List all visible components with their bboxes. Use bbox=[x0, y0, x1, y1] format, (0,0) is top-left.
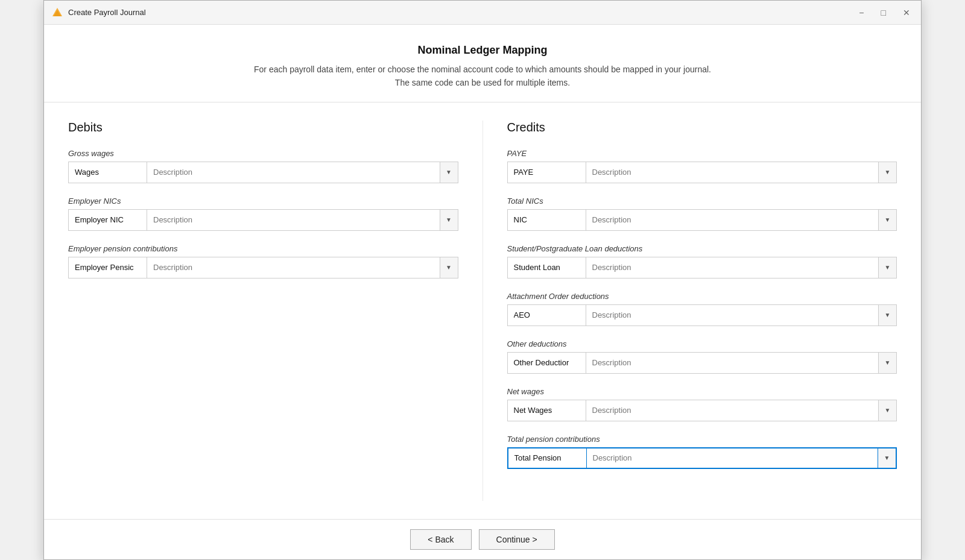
aeo-group: Attachment Order deductions ▼ bbox=[507, 292, 897, 326]
aeo-dropdown-button[interactable]: ▼ bbox=[878, 305, 896, 326]
window-controls: − □ ✕ bbox=[855, 7, 914, 18]
maximize-button[interactable]: □ bbox=[878, 7, 890, 18]
total-pension-label: Total pension contributions bbox=[507, 435, 897, 444]
employer-nics-dropdown-button[interactable]: ▼ bbox=[440, 210, 458, 230]
dropdown-arrow-icon: ▼ bbox=[446, 169, 452, 175]
debits-title: Debits bbox=[68, 121, 458, 134]
subtitle-line1: For each payroll data item, enter or cho… bbox=[254, 64, 711, 74]
titlebar: Create Payroll Journal − □ ✕ bbox=[44, 1, 921, 25]
employer-pension-description-input[interactable] bbox=[147, 257, 440, 278]
gross-wages-description-input[interactable] bbox=[147, 162, 440, 183]
student-loan-description-input[interactable] bbox=[586, 257, 879, 278]
dropdown-arrow-icon: ▼ bbox=[885, 264, 891, 271]
employer-pension-field-row: ▼ bbox=[68, 257, 458, 278]
close-button[interactable]: ✕ bbox=[899, 7, 914, 18]
net-wages-code-input[interactable] bbox=[508, 400, 586, 421]
subtitle-line2: The same code can be used for multiple i… bbox=[395, 78, 570, 87]
employer-pension-label: Employer pension contributions bbox=[68, 244, 458, 253]
employer-nics-code-input[interactable] bbox=[69, 210, 147, 230]
total-pension-code-input[interactable] bbox=[508, 448, 587, 468]
dropdown-arrow-icon: ▼ bbox=[885, 216, 891, 223]
employer-pension-code-input[interactable] bbox=[69, 257, 147, 278]
student-loan-field-row: ▼ bbox=[507, 257, 897, 278]
dropdown-arrow-icon: ▼ bbox=[885, 312, 891, 318]
window-title: Create Payroll Journal bbox=[68, 8, 855, 17]
gross-wages-field-row: ▼ bbox=[68, 162, 458, 183]
page-title: Nominal Ledger Mapping bbox=[68, 44, 897, 57]
other-deductions-code-input[interactable] bbox=[508, 353, 586, 373]
credits-column: Credits PAYE ▼ Total NICs bbox=[482, 121, 897, 501]
total-nics-description-input[interactable] bbox=[586, 210, 879, 230]
paye-group: PAYE ▼ bbox=[507, 149, 897, 183]
other-deductions-description-input[interactable] bbox=[586, 353, 879, 373]
minimize-button[interactable]: − bbox=[855, 7, 867, 18]
dropdown-arrow-icon: ▼ bbox=[884, 455, 890, 461]
total-nics-group: Total NICs ▼ bbox=[507, 197, 897, 231]
gross-wages-group: Gross wages ▼ bbox=[68, 149, 458, 183]
aeo-label: Attachment Order deductions bbox=[507, 292, 897, 301]
main-area: Debits Gross wages ▼ Employer NICs bbox=[44, 102, 921, 519]
paye-dropdown-button[interactable]: ▼ bbox=[878, 162, 896, 183]
employer-pension-dropdown-button[interactable]: ▼ bbox=[440, 257, 458, 278]
total-nics-dropdown-button[interactable]: ▼ bbox=[878, 210, 896, 230]
total-nics-code-input[interactable] bbox=[508, 210, 586, 230]
employer-nics-field-row: ▼ bbox=[68, 209, 458, 231]
page-subtitle: For each payroll data item, enter or cho… bbox=[68, 63, 897, 90]
student-loan-dropdown-button[interactable]: ▼ bbox=[878, 257, 896, 278]
dropdown-arrow-icon: ▼ bbox=[885, 359, 891, 366]
net-wages-dropdown-button[interactable]: ▼ bbox=[878, 400, 896, 421]
total-pension-description-input[interactable] bbox=[587, 448, 878, 468]
other-deductions-dropdown-button[interactable]: ▼ bbox=[878, 353, 896, 373]
paye-code-input[interactable] bbox=[508, 162, 586, 183]
window: Create Payroll Journal − □ ✕ Nominal Led… bbox=[43, 0, 922, 560]
total-pension-group: Total pension contributions ▼ bbox=[507, 435, 897, 469]
footer: < Back Continue > bbox=[44, 519, 921, 559]
student-loan-group: Student/Postgraduate Loan deductions ▼ bbox=[507, 244, 897, 278]
dropdown-arrow-icon: ▼ bbox=[885, 169, 891, 175]
app-logo bbox=[51, 7, 63, 19]
other-deductions-group: Other deductions ▼ bbox=[507, 339, 897, 374]
total-nics-label: Total NICs bbox=[507, 197, 897, 206]
net-wages-group: Net wages ▼ bbox=[507, 387, 897, 421]
employer-nics-description-input[interactable] bbox=[147, 210, 440, 230]
dropdown-arrow-icon: ▼ bbox=[446, 264, 452, 271]
content-area: Nominal Ledger Mapping For each payroll … bbox=[44, 25, 921, 559]
other-deductions-field-row: ▼ bbox=[507, 352, 897, 374]
net-wages-field-row: ▼ bbox=[507, 400, 897, 421]
total-nics-field-row: ▼ bbox=[507, 209, 897, 231]
employer-pension-group: Employer pension contributions ▼ bbox=[68, 244, 458, 278]
paye-description-input[interactable] bbox=[586, 162, 879, 183]
aeo-code-input[interactable] bbox=[508, 305, 586, 326]
paye-field-row: ▼ bbox=[507, 162, 897, 183]
gross-wages-code-input[interactable] bbox=[69, 162, 147, 183]
employer-nics-group: Employer NICs ▼ bbox=[68, 197, 458, 231]
aeo-field-row: ▼ bbox=[507, 304, 897, 326]
net-wages-label: Net wages bbox=[507, 387, 897, 396]
back-button[interactable]: < Back bbox=[410, 529, 471, 550]
debits-column: Debits Gross wages ▼ Employer NICs bbox=[68, 121, 482, 501]
student-loan-label: Student/Postgraduate Loan deductions bbox=[507, 244, 897, 253]
total-pension-dropdown-button[interactable]: ▼ bbox=[878, 448, 896, 468]
continue-button[interactable]: Continue > bbox=[479, 529, 555, 550]
credits-title: Credits bbox=[507, 121, 897, 134]
other-deductions-label: Other deductions bbox=[507, 339, 897, 348]
header-section: Nominal Ledger Mapping For each payroll … bbox=[44, 25, 921, 102]
paye-label: PAYE bbox=[507, 149, 897, 158]
aeo-description-input[interactable] bbox=[586, 305, 879, 326]
gross-wages-label: Gross wages bbox=[68, 149, 458, 158]
student-loan-code-input[interactable] bbox=[508, 257, 586, 278]
net-wages-description-input[interactable] bbox=[586, 400, 879, 421]
dropdown-arrow-icon: ▼ bbox=[885, 407, 891, 414]
total-pension-field-row: ▼ bbox=[507, 447, 897, 469]
dropdown-arrow-icon: ▼ bbox=[446, 216, 452, 223]
employer-nics-label: Employer NICs bbox=[68, 197, 458, 206]
gross-wages-dropdown-button[interactable]: ▼ bbox=[440, 162, 458, 183]
